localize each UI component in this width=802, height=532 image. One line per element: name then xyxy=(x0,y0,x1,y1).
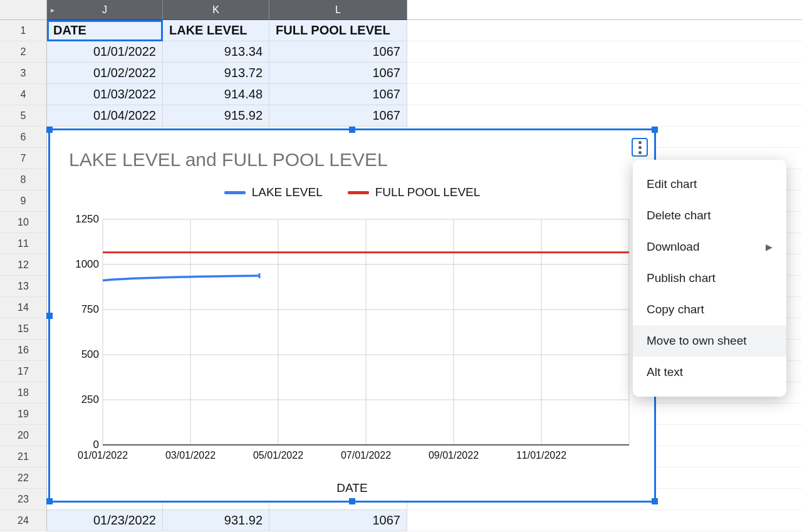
row-header[interactable]: 19 xyxy=(0,404,47,425)
spreadsheet-app: J K L 1DATELAKE LEVELFULL POOL LEVEL201/… xyxy=(0,0,802,532)
cell-L1[interactable]: FULL POOL LEVEL xyxy=(269,20,407,41)
row-header[interactable]: 11 xyxy=(0,233,47,254)
row: 2401/23/2022931.921067 xyxy=(0,510,802,531)
menu-publish-chart[interactable]: Publish chart xyxy=(633,263,786,294)
cell-K3[interactable]: 913.72 xyxy=(163,63,269,84)
row-header[interactable]: 14 xyxy=(0,297,47,318)
menu-alt-text[interactable]: Alt text xyxy=(633,357,786,388)
cell-empty[interactable] xyxy=(407,20,802,41)
cell-K1[interactable]: LAKE LEVEL xyxy=(163,20,269,41)
chart-options-button[interactable] xyxy=(632,138,648,157)
cell-L3[interactable]: 1067 xyxy=(269,63,407,84)
cell-empty[interactable] xyxy=(407,41,802,63)
column-header-J[interactable]: J xyxy=(47,0,163,20)
menu-label: Download xyxy=(647,240,700,254)
row: 401/03/2022914.481067 xyxy=(0,84,802,105)
menu-move-to-own-sheet[interactable]: Move to own sheet xyxy=(633,325,786,357)
chart-legend: LAKE LEVEL FULL POOL LEVEL xyxy=(50,174,654,204)
row-header[interactable]: 18 xyxy=(0,382,47,404)
resize-handle-br[interactable] xyxy=(652,498,658,504)
svg-text:1000: 1000 xyxy=(75,258,99,270)
row-header[interactable]: 3 xyxy=(0,63,47,84)
legend-label: FULL POOL LEVEL xyxy=(375,185,481,199)
svg-text:500: 500 xyxy=(81,348,99,360)
row: 501/04/2022915.921067 xyxy=(0,105,802,127)
menu-edit-chart[interactable]: Edit chart xyxy=(633,169,786,200)
svg-text:09/01/2022: 09/01/2022 xyxy=(429,450,479,461)
svg-text:05/01/2022: 05/01/2022 xyxy=(253,450,303,461)
svg-text:0: 0 xyxy=(93,439,99,451)
menu-label: Delete chart xyxy=(647,209,711,222)
cell-J5[interactable]: 01/04/2022 xyxy=(47,105,163,127)
row-header[interactable]: 16 xyxy=(0,340,47,361)
embedded-chart[interactable]: LAKE LEVEL and FULL POOL LEVEL LAKE LEVE… xyxy=(48,128,656,503)
resize-handle-bl[interactable] xyxy=(46,498,53,504)
row-header[interactable]: 5 xyxy=(0,105,47,127)
resize-handle-bm[interactable] xyxy=(349,498,355,504)
row-header[interactable]: 22 xyxy=(0,467,47,489)
cell-J4[interactable]: 01/03/2022 xyxy=(47,84,163,105)
chart-plot-area: 0 250 500 750 1000 1250 01/01/2022 03/01… xyxy=(71,213,635,464)
legend-item-lake-level: LAKE LEVEL xyxy=(224,185,323,199)
cell-J24[interactable]: 01/23/2022 xyxy=(47,510,163,531)
cell-L5[interactable]: 1067 xyxy=(269,105,407,127)
menu-download[interactable]: Download ▶ xyxy=(633,231,786,263)
row: 201/01/2022913.341067 xyxy=(0,41,802,63)
svg-text:01/01/2022: 01/01/2022 xyxy=(78,450,128,461)
row-header[interactable]: 7 xyxy=(0,148,47,169)
row-header[interactable]: 15 xyxy=(0,318,47,340)
cell-L4[interactable]: 1067 xyxy=(269,84,407,105)
chart-x-axis-label: DATE xyxy=(50,464,654,495)
cell-J2[interactable]: 01/01/2022 xyxy=(47,41,163,63)
row-header[interactable]: 17 xyxy=(0,361,47,382)
cell-J1[interactable]: DATE xyxy=(47,20,163,41)
legend-item-full-pool: FULL POOL LEVEL xyxy=(348,185,481,199)
cell-empty[interactable] xyxy=(407,510,802,531)
chart-context-menu: Edit chart Delete chart Download ▶ Publi… xyxy=(633,160,786,397)
cell-empty[interactable] xyxy=(407,84,802,105)
row-header[interactable]: 4 xyxy=(0,84,47,105)
cell-K2[interactable]: 913.34 xyxy=(163,41,269,63)
resize-handle-tl[interactable] xyxy=(46,127,53,133)
menu-copy-chart[interactable]: Copy chart xyxy=(633,294,786,325)
row-header[interactable]: 9 xyxy=(0,190,47,212)
cell-empty[interactable] xyxy=(407,63,802,84)
column-header-K[interactable]: K xyxy=(163,0,269,20)
row-header[interactable]: 24 xyxy=(0,510,47,531)
row-header[interactable]: 1 xyxy=(0,20,47,41)
resize-handle-lm[interactable] xyxy=(46,313,53,319)
row-header[interactable]: 2 xyxy=(0,41,47,63)
select-all-corner[interactable] xyxy=(0,0,47,20)
cell-L2[interactable]: 1067 xyxy=(269,41,407,63)
row-header[interactable]: 8 xyxy=(0,169,47,190)
row-header[interactable]: 21 xyxy=(0,446,47,467)
menu-label: Copy chart xyxy=(647,303,704,316)
cell-K24[interactable]: 931.92 xyxy=(163,510,269,531)
kebab-dot-icon xyxy=(638,146,642,149)
menu-label: Edit chart xyxy=(647,177,697,191)
resize-handle-tr[interactable] xyxy=(652,127,658,133)
cell-K4[interactable]: 914.48 xyxy=(163,84,269,105)
row: 301/02/2022913.721067 xyxy=(0,63,802,84)
row-header[interactable]: 13 xyxy=(0,276,47,297)
svg-text:11/01/2022: 11/01/2022 xyxy=(516,450,566,461)
kebab-dot-icon xyxy=(638,151,642,154)
chart-svg: 0 250 500 750 1000 1250 01/01/2022 03/01… xyxy=(71,213,635,464)
row-header[interactable]: 20 xyxy=(0,425,47,446)
legend-label: LAKE LEVEL xyxy=(252,185,323,199)
resize-handle-tm[interactable] xyxy=(349,127,355,133)
menu-delete-chart[interactable]: Delete chart xyxy=(633,200,786,231)
cell-K5[interactable]: 915.92 xyxy=(163,105,269,127)
svg-text:750: 750 xyxy=(81,303,99,315)
row-header[interactable]: 6 xyxy=(0,127,47,148)
row-header[interactable]: 10 xyxy=(0,212,47,233)
svg-text:03/01/2022: 03/01/2022 xyxy=(165,450,216,461)
svg-text:250: 250 xyxy=(81,394,99,405)
cell-L24[interactable]: 1067 xyxy=(269,510,407,531)
cell-J3[interactable]: 01/02/2022 xyxy=(47,63,163,84)
row-header[interactable]: 23 xyxy=(0,489,47,510)
column-header-row: J K L xyxy=(0,0,802,20)
cell-empty[interactable] xyxy=(407,105,802,127)
column-header-L[interactable]: L xyxy=(269,0,407,20)
row-header[interactable]: 12 xyxy=(0,254,47,276)
